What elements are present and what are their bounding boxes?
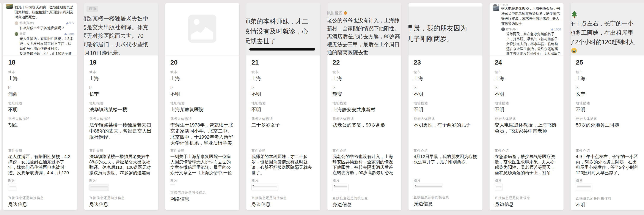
reply-username: ETHAN	[506, 28, 516, 31]
field-value-district: 不明	[252, 91, 315, 97]
post-username: 鼠甜橙酱	[328, 10, 342, 16]
field-label-event: 事件介绍	[8, 149, 72, 153]
case-card-22[interactable]: 鼠甜橙酱 老公的爷爷也没有计入，上海静 新村，全家阴的情况下他阳性。 离酒店后差…	[327, 3, 402, 210]
preview-comment-text: 我几十年前就认识的一位胡姓朋友也是因为封控、核酸检测等原因没有得到及时救治而死亡…	[15, 5, 74, 20]
field-value-event: 4月12日早晨，我的朋友因为心梗永远离开了，儿子刚刚两岁。	[414, 154, 477, 175]
field-value-address: 不明	[252, 106, 315, 113]
field-value-direct: 身边信息	[332, 201, 396, 208]
reply-username: 柿油(作者)	[20, 21, 34, 25]
field-value-city: 上海	[414, 75, 477, 82]
crying-face-emoji	[571, 48, 577, 54]
field-label-address: 地址描述	[170, 101, 234, 105]
field-value-deceased: 李昶生于1973年，曾就读于北京史家胡同小学、北京二中、北京四中，于1992年考…	[170, 122, 234, 146]
reply-username: 敏宴	[20, 32, 26, 36]
preview-text-line: 离酒店后差点转去方舱，90岁高	[328, 32, 401, 40]
case-card-19[interactable]: 置顶 镇路某楼一楼独居老夫妇中 曾是交大出版社翻译。休克 医无对接医院而去世。7…	[84, 3, 158, 210]
preview-text-line: 早晨，我的朋友因为	[408, 23, 482, 34]
field-label-district: 区	[332, 86, 396, 90]
thumb-up-icon	[64, 33, 67, 35]
field-value-deceased: 二十多岁女子	[252, 122, 315, 146]
field-label-direct: 直接信息还是间接信息	[252, 196, 315, 200]
field-label-address: 地址描述	[332, 101, 396, 105]
preview-comment-text: 交大电院退休教授，上海书协会员，书法家吴中南老师在急诊病逝，缺少氧气等医疗资源，…	[501, 6, 561, 26]
field-value-city: 上海	[495, 75, 558, 82]
field-label-direct: 直接信息还是间接信息	[8, 196, 72, 200]
field-label-address: 地址描述	[414, 101, 477, 105]
field-value-direct: 身边信息	[495, 201, 558, 208]
field-label-image: 图片	[170, 178, 234, 182]
field-value-address: 不明	[8, 106, 72, 113]
thumb-up-icon	[66, 22, 69, 25]
reply: 柿油(作者) 977 什么时候？生了其他疾病吗？	[15, 21, 74, 31]
like-count: 1008	[551, 28, 561, 31]
field-value-deceased: 法华镇路某楼一楼独居老夫妇中88岁的丈夫，曾经是交大出版社翻译。	[89, 122, 153, 146]
field-value-deceased: 胡姓	[8, 122, 72, 146]
field-label-image: 图片	[332, 178, 396, 182]
field-label-direct: 直接信息还是间接信息	[495, 196, 558, 200]
tangerine-emoji	[344, 12, 347, 15]
case-card-18[interactable]: 我几十年前就认识的一位胡姓朋友也是因为封控、核酸检测等原因没有得到及时救治而死亡…	[3, 3, 77, 210]
case-card-23[interactable]: 早晨，我的朋友因为 儿子刚刚两岁。 23 城市上海 区不明 地址描述不明 死者大…	[408, 3, 483, 210]
case-card-25[interactable]: 午十点左右，长宁的一小 地务工阿姨，在出租屋里 了2个小时的120赶到时人 25…	[570, 3, 644, 210]
case-card-24[interactable]: ETHAN 交大电院退休教授，上海书协会员，书法家吴中南老师在急诊病逝，缺少氧气…	[489, 3, 564, 210]
field-label-direct: 直接信息还是间接信息	[576, 196, 640, 200]
redaction-bar	[249, 48, 315, 51]
field-label-address: 地址描述	[576, 101, 640, 105]
field-label-city: 城市	[8, 70, 72, 74]
preview-text-line: 曾是交大出版社翻译。休克	[84, 23, 158, 32]
cover-screenshot: 鼠甜橙酱 老公的爷爷也没有计入，上海静 新村，全家阴的情况下他阳性。 离酒店后差…	[328, 3, 401, 56]
field-label-district: 区	[576, 86, 640, 90]
field-value-deceased: 不明男性，有个两岁的儿子	[414, 122, 477, 146]
field-label-district: 区	[170, 86, 234, 90]
field-label-district: 区	[414, 86, 477, 90]
reply: 敏宴 3506 老人住浦西，有陈旧性脑梗，4.2摔跤，女儿被封在浦东过不了江，妹…	[15, 32, 74, 56]
preview-text-line: 午十点左右，长宁的一小	[571, 19, 644, 28]
preview-text-line: 地务工阿姨，在出租屋里	[571, 28, 644, 38]
field-value-event: 老人住浦西，有陈旧性脑梗，4.2摔跤，女儿被封在浦东过不了江，妹妹们虽住浦西但也…	[8, 154, 72, 175]
avatar	[15, 21, 18, 25]
case-card-20[interactable]: 20 城市上海 区不明 地址描述上海某康复医院 死者大体描述李昶生于1973年，…	[165, 3, 240, 210]
field-label-direct: 直接信息还是间接信息	[89, 196, 153, 200]
field-label-image: 图片	[89, 178, 153, 182]
field-value-event: 在急诊病逝，缺少氧气等医疗资源，哀求医生求职未果...夫人亦感染为阳性。吴老师苦…	[495, 154, 558, 175]
cover-screenshot: 午十点左右，长宁的一小 地务工阿姨，在出租屋里 了2个小时的120赶到时人	[571, 3, 644, 56]
field-value-event: 我老公的爷爷也没有计入，上海静安区共康新村，全家阴的情况下他阳性，被转去隔离酒店…	[332, 154, 396, 175]
field-value-direct: 身边信息	[414, 200, 477, 207]
avatar	[493, 6, 499, 11]
thumb-up-icon	[551, 28, 554, 31]
field-label-image: 图片	[8, 178, 72, 182]
preview-text-line: 老公的爷爷也没有计入，上海静	[328, 17, 401, 24]
preview-text-line: 4月10日晚记录。	[84, 49, 158, 56]
card-number: 22	[332, 59, 396, 66]
preview-text-line: 新村，全家阴的情况下他阳性。	[328, 24, 401, 32]
field-label-district: 区	[89, 86, 153, 90]
field-label-city: 城市	[252, 70, 315, 74]
field-label-deceased: 死者大体描述	[495, 117, 558, 121]
avatar	[15, 32, 18, 36]
field-label-image: 图片	[414, 178, 477, 182]
field-value-deceased: 交大电院退休教授，上海书协会员，书法家吴中南老师	[495, 122, 558, 146]
image-thumbnail	[252, 184, 278, 191]
preview-text-line: 镇路某楼一楼独居老夫妇中	[84, 14, 158, 23]
field-value-address: 不明	[576, 106, 640, 113]
field-label-deceased: 死者大体描述	[8, 117, 72, 121]
field-label-direct: 直接信息还是间接信息	[332, 196, 396, 200]
preview-text-line: 通的隔离医院去世	[328, 48, 401, 56]
case-card-21[interactable]: 师弟的本科师妹，才二 疫情没有及时就诊，心 天就去世了 21 城市上海 区不明 …	[246, 3, 320, 210]
field-value-district: 浦西	[8, 91, 72, 97]
field-label-city: 城市	[89, 70, 153, 74]
cover-screenshot: ETHAN 交大电院退休教授，上海书协会员，书法家吴中南老师在急诊病逝，缺少氧气…	[490, 3, 564, 56]
reply: ETHAN 1008 苦等两天，坐在急诊角落的椅子上，打吊瓶、吸氧气（被封控的子…	[501, 28, 561, 56]
field-value-city: 上海	[576, 75, 640, 82]
field-label-event: 事件介绍	[332, 149, 396, 153]
field-value-address: 上海静安去共康新村	[332, 106, 396, 113]
field-value-city: 上海	[170, 75, 234, 82]
preview-text-line: 了2个小时的120赶到时人	[571, 38, 644, 47]
cover-screenshot: 早晨，我的朋友因为 儿子刚刚两岁。	[408, 3, 482, 56]
field-label-city: 城市	[170, 70, 234, 74]
image-thumbnail	[332, 184, 348, 191]
image-thumbnail	[414, 184, 443, 190]
field-label-event: 事件介绍	[576, 149, 640, 153]
reply-text: 什么时候？生了其他疾病吗？	[20, 26, 74, 31]
field-label-city: 城市	[495, 70, 558, 74]
